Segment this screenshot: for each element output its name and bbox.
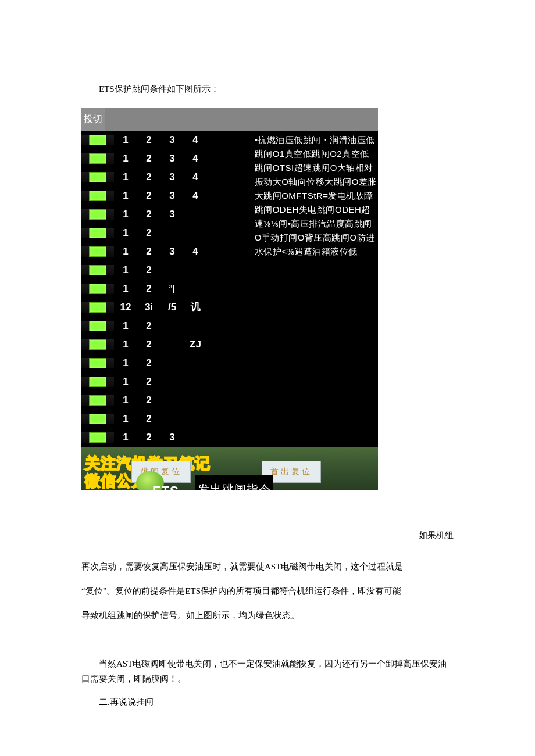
- lamp-cell: [81, 321, 114, 331]
- lamp-cell: [81, 339, 114, 350]
- status-lamp: [89, 191, 106, 201]
- paragraph-3: 导致机组跳闸的保护信号。如上图所示，均为绿色状态。: [81, 603, 454, 628]
- paragraph-1: 再次启动，需要恢复高压保安油压时，就需要使AST电磁阀带电关闭，这个过程就是: [81, 554, 454, 579]
- trailing-text: 如果机组: [81, 525, 454, 546]
- screenshot-footer: 关注汽机学习笔记 微信公众号 跳闸复位 首出复位 ETS 发出跳闸指令: [81, 447, 378, 490]
- lamp-cell: [81, 191, 114, 201]
- status-row: 123: [81, 428, 254, 447]
- status-lamp: [89, 339, 106, 350]
- channel-number: [184, 426, 207, 450]
- status-lamp: [89, 432, 106, 443]
- status-lamp: [89, 135, 106, 145]
- ets-label: ETS: [152, 476, 179, 490]
- status-lamp: [89, 302, 106, 313]
- paragraph-2: “复位”。复位的前提条件是ETS保护内的所有项目都符合机组运行条件，即没有可能: [81, 579, 454, 603]
- lamp-cell: [81, 246, 114, 257]
- status-lamp: [89, 377, 106, 387]
- status-lamp: [89, 265, 106, 275]
- lamp-cell: [81, 135, 114, 145]
- lamp-cell: [81, 172, 114, 182]
- status-lamp: [89, 284, 106, 294]
- lamp-cell: [81, 284, 114, 294]
- chip-label: 投切: [81, 108, 105, 131]
- lamp-cell: [81, 432, 114, 443]
- status-lamp: [89, 246, 106, 257]
- trip-command-label: 发出跳闸指令: [195, 475, 273, 490]
- lamp-cell: [81, 228, 114, 238]
- channel-numbers: 123: [114, 426, 254, 450]
- status-lamp: [89, 153, 106, 164]
- channel-number: 3: [160, 426, 184, 450]
- status-lamp: [89, 228, 106, 238]
- section-title: 二.再说说挂闸: [81, 695, 454, 710]
- lamp-cell: [81, 377, 114, 387]
- lamp-cell: [81, 302, 114, 313]
- lamp-cell: [81, 358, 114, 368]
- lamp-cell: [81, 395, 114, 406]
- status-lamp: [89, 172, 106, 182]
- lamp-cell: [81, 265, 114, 275]
- document-page: ETS保护跳闸条件如下图所示： 投切 123412341234123412312…: [0, 0, 535, 754]
- trip-reason-text: •抗燃油压低跳闸・润滑油压低跳闸O1真空低跳闸O2真空低跳闸OTSI超速跳闸O大…: [254, 131, 378, 447]
- status-lamp: [89, 209, 106, 220]
- status-lamp: [89, 414, 106, 424]
- status-lamp: [89, 321, 106, 331]
- intro-text: ETS保护跳闸条件如下图所示：: [81, 78, 454, 99]
- channel-number: 2: [137, 426, 160, 450]
- lamp-cell: [81, 209, 114, 220]
- status-lamp: [89, 358, 106, 368]
- channel-number: 1: [114, 426, 137, 450]
- bold-paragraph: 当然AST电磁阀即使带电关闭，也不一定保安油就能恢复，因为还有另一个卸掉高压保安…: [81, 657, 454, 686]
- ets-screenshot: 投切 12341234123412341231212341212³|123i/5…: [81, 108, 378, 490]
- status-lamp: [89, 395, 106, 406]
- screenshot-header: 投切: [81, 108, 378, 131]
- status-rows: 12341234123412341231212341212³|123i/5讥12…: [81, 131, 254, 447]
- screenshot-body: 12341234123412341231212341212³|123i/5讥12…: [81, 131, 378, 447]
- lamp-cell: [81, 153, 114, 164]
- lamp-cell: [81, 414, 114, 424]
